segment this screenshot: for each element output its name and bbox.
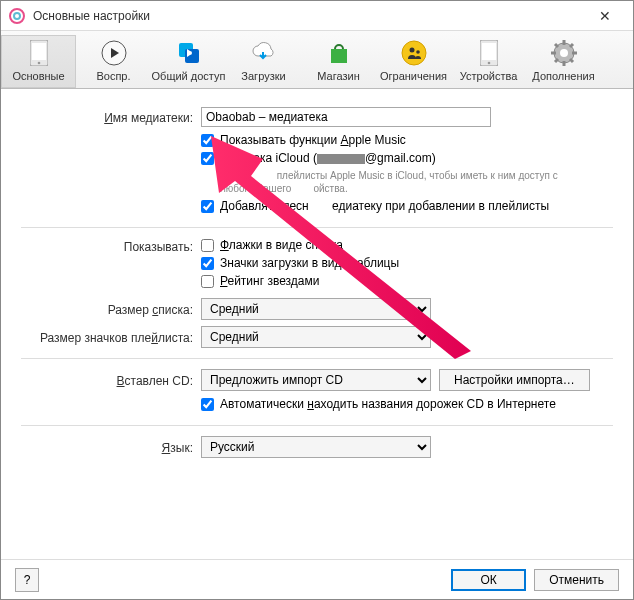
cancel-button[interactable]: Отменить <box>534 569 619 591</box>
apple-music-checkbox[interactable] <box>201 134 214 147</box>
tab-devices[interactable]: Устройства <box>451 35 526 88</box>
import-settings-button[interactable]: Настройки импорта… <box>439 369 590 391</box>
auto-find-label: Автоматически находить названия дорожек … <box>220 397 556 411</box>
tab-label: Устройства <box>460 70 518 82</box>
language-select[interactable]: Русский <box>201 436 431 458</box>
tab-general[interactable]: Основные <box>1 35 76 88</box>
cd-label: Вставлен CD: <box>21 372 201 388</box>
separator <box>21 358 613 359</box>
ok-button[interactable]: ОК <box>451 569 526 591</box>
svg-line-20 <box>570 44 573 47</box>
help-button[interactable]: ? <box>15 568 39 592</box>
store-icon <box>325 39 353 67</box>
close-button[interactable]: ✕ <box>585 1 625 31</box>
tab-label: Воспр. <box>96 70 130 82</box>
rating-label: Рейтинг звездами <box>220 274 319 288</box>
separator <box>21 227 613 228</box>
tab-sharing[interactable]: Общий доступ <box>151 35 226 88</box>
tab-label: Основные <box>12 70 64 82</box>
tab-restrictions[interactable]: Ограничения <box>376 35 451 88</box>
phone-icon <box>25 39 53 67</box>
svg-point-13 <box>560 49 568 57</box>
play-icon <box>100 39 128 67</box>
separator <box>21 425 613 426</box>
device-icon <box>475 39 503 67</box>
svg-line-19 <box>570 59 573 62</box>
tab-downloads[interactable]: Загрузки <box>226 35 301 88</box>
sharing-icon <box>175 39 203 67</box>
svg-line-21 <box>555 59 558 62</box>
svg-point-8 <box>416 50 420 54</box>
bottombar: ? ОК Отменить <box>1 559 633 599</box>
rating-checkbox[interactable] <box>201 275 214 288</box>
icloud-label: М ака iCloud (@gmail.com) <box>220 151 436 165</box>
flags-label: Флажки в виде списка <box>220 238 343 252</box>
tab-label: Дополнения <box>532 70 594 82</box>
svg-point-2 <box>37 62 40 65</box>
svg-point-7 <box>409 48 414 53</box>
library-name-label: Имя медиатеки: <box>21 109 201 125</box>
svg-point-11 <box>487 62 490 65</box>
library-name-input[interactable] <box>201 107 491 127</box>
svg-point-6 <box>402 41 426 65</box>
list-size-select[interactable]: Средний <box>201 298 431 320</box>
icloud-checkbox[interactable] <box>201 152 214 165</box>
language-label: Язык: <box>21 439 201 455</box>
content: Имя медиатеки: Показывать функции Apple … <box>1 89 633 458</box>
svg-rect-1 <box>32 43 46 60</box>
tab-label: Ограничения <box>380 70 447 82</box>
table-icons-checkbox[interactable] <box>201 257 214 270</box>
playlist-icons-label: Размер значков плейлиста: <box>21 329 201 345</box>
restrictions-icon <box>400 39 428 67</box>
table-icons-label: Значки загрузки в виде таблицы <box>220 256 399 270</box>
cd-action-select[interactable]: Предложить импорт CD <box>201 369 431 391</box>
apple-music-label: Показывать функции Apple Music <box>220 133 406 147</box>
app-icon <box>9 8 25 24</box>
titlebar: Основные настройки ✕ <box>1 1 633 31</box>
add-playlist-label: Добавлять песн едиатеку при добавлении в… <box>220 199 549 213</box>
tab-store[interactable]: Магазин <box>301 35 376 88</box>
window-title: Основные настройки <box>33 9 585 23</box>
icloud-note: Храни плейлисты Apple Music в iCloud, чт… <box>220 169 613 195</box>
auto-find-checkbox[interactable] <box>201 398 214 411</box>
svg-rect-10 <box>482 43 496 60</box>
tab-label: Общий доступ <box>152 70 226 82</box>
toolbar: Основные Воспр. Общий доступ Загрузки Ма… <box>1 31 633 89</box>
add-playlist-checkbox[interactable] <box>201 200 214 213</box>
gear-icon <box>550 39 578 67</box>
redacted-email <box>317 154 365 164</box>
flags-checkbox[interactable] <box>201 239 214 252</box>
tab-playback[interactable]: Воспр. <box>76 35 151 88</box>
show-label: Показывать: <box>21 238 201 254</box>
tab-label: Загрузки <box>241 70 285 82</box>
cloud-download-icon <box>250 39 278 67</box>
svg-line-18 <box>555 44 558 47</box>
tab-advanced[interactable]: Дополнения <box>526 35 601 88</box>
tab-label: Магазин <box>317 70 359 82</box>
playlist-icons-select[interactable]: Средний <box>201 326 431 348</box>
list-size-label: Размер списка: <box>21 301 201 317</box>
